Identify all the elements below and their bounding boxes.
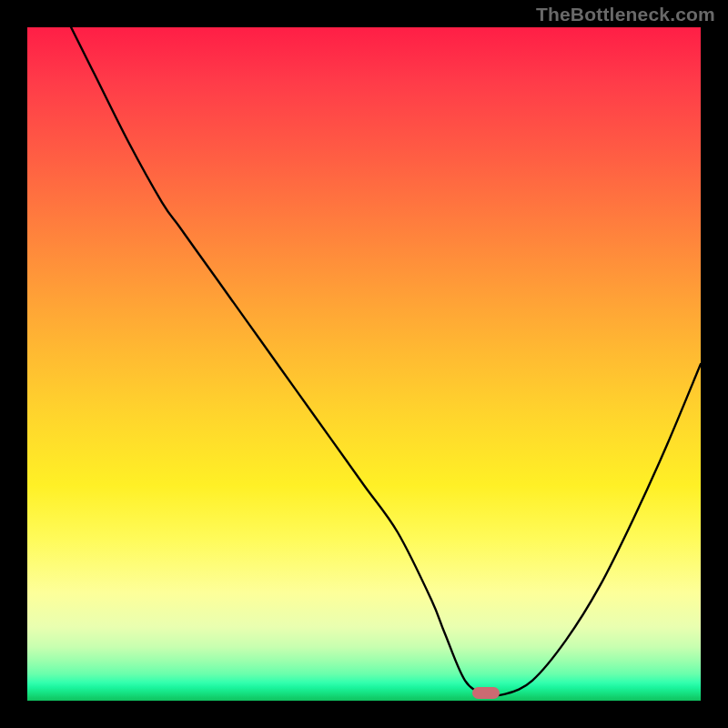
bottleneck-curve (27, 27, 701, 701)
watermark-text: TheBottleneck.com (536, 4, 715, 25)
plot-area (27, 27, 701, 701)
optimal-point-marker (472, 687, 500, 699)
chart-frame: TheBottleneck.com (0, 0, 728, 728)
